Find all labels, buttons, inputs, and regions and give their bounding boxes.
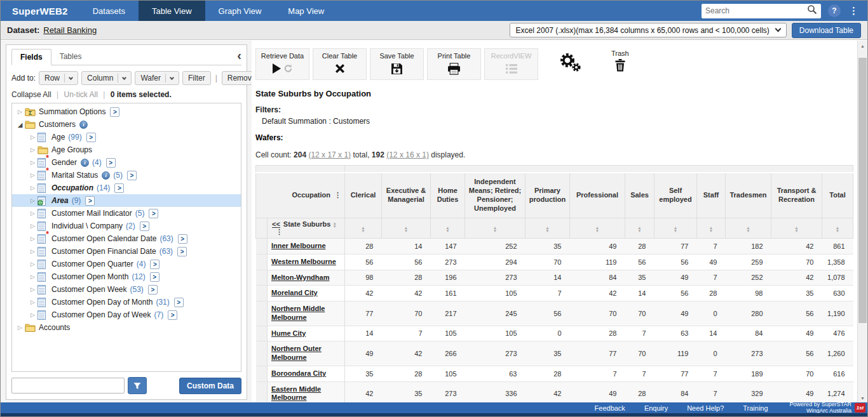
expand-arrow-icon[interactable]: ▷ [28,147,37,153]
row-label-link[interactable]: Northern Middle Melbourne [271,305,325,321]
row-label-link[interactable]: Moreland City [271,289,318,296]
tree-item-customer-open-month[interactable]: ▷Customer Open Month(12)> [12,270,241,283]
field-menu-button[interactable]: > [110,107,119,117]
expand-arrow-icon[interactable]: ▷ [28,235,37,242]
column-dropdown-icon[interactable] [118,74,126,83]
column-header-executive-managerial[interactable]: Executive & Managerial [382,173,431,218]
column-header-primary-production[interactable]: Primary production [526,173,570,218]
info-icon[interactable]: i [81,159,89,167]
row-label-link[interactable]: Eastern Middle Melbourne [271,385,321,402]
row-axis-header[interactable]: <<State Suburbs ▲▼⋮ [268,218,345,239]
row-axis-back-link[interactable]: << [272,220,280,228]
tree-item-customer-mail-indicator[interactable]: ▷Customer Mail Indicator(5)> [12,207,241,220]
row-label-link[interactable]: Western Melbourne [271,258,336,265]
field-menu-button[interactable]: > [148,285,158,295]
field-menu-button[interactable]: > [127,171,137,180]
overflow-menu-icon[interactable]: ⋮ [848,5,860,17]
column-header-tradesmen[interactable]: Tradesmen [726,173,771,218]
row-label-link[interactable]: Inner Melbourne [271,242,326,249]
footer-link-enquiry[interactable]: Enquiry [644,404,668,412]
expand-arrow-icon[interactable]: ▷ [15,109,25,115]
sort-icon[interactable]: ▲▼ [445,226,449,232]
expand-arrow-icon[interactable]: ▷ [28,248,37,255]
scroll-down-icon[interactable]: ▼ [858,396,867,400]
field-menu-button[interactable]: > [86,133,96,142]
tree-filter-input[interactable] [11,378,125,394]
scroll-up-icon[interactable]: ▲ [858,44,867,48]
expand-arrow-icon[interactable]: ▷ [28,159,37,166]
search-box[interactable] [702,4,821,18]
tree-item-age[interactable]: ▷Age(99)> [12,131,241,143]
search-icon[interactable] [807,4,817,17]
field-menu-button[interactable]: > [85,196,95,206]
collapse-all-link[interactable]: Collapse All [11,90,51,99]
custom-data-button[interactable]: Custom Data [179,378,241,394]
wafer-dropdown-icon[interactable] [165,74,173,83]
column-axis-header[interactable]: Occupation⋮ [256,173,345,218]
nav-tab-map-view[interactable]: Map View [275,1,337,21]
footer-link-feedback[interactable]: Feedback [595,404,625,412]
cell-count-displayed-link[interactable]: (12 x 16 x 1) [386,150,429,159]
tree-item-customer-open-calendar-date[interactable]: ▷*Customer Open Calendar Date(63)> [12,232,241,245]
column-header-total[interactable]: Total [822,173,853,218]
field-menu-button[interactable]: > [149,209,158,218]
sort-icon[interactable]: ▲▼ [746,226,750,232]
tree-item-area[interactable]: ▷Area(9)> [12,194,241,207]
field-menu-button[interactable]: > [150,272,159,282]
expand-arrow-icon[interactable]: ▷ [28,261,37,267]
tree-item-customer-open-week[interactable]: ▷Customer Open Week(53)> [12,283,241,296]
print-table-button[interactable]: Print Table [427,48,481,80]
vertical-scrollbar[interactable]: ▲ ▼ [857,41,867,402]
column-header-independent-means-retired-pensioner-unemployed[interactable]: Independent Means; Retired; Pensioner; U… [465,173,526,218]
add-to-column-button[interactable]: Column [81,71,132,85]
tree-item-customers[interactable]: ◢Customersi [12,118,241,131]
sort-icon[interactable]: ▲▼ [794,226,798,232]
tree-filter-button[interactable] [128,377,147,394]
sort-icon[interactable]: ▲▼ [361,226,365,232]
untick-all-link[interactable]: Un-tick All [64,90,98,99]
sort-icon[interactable]: ▲▼ [595,226,599,232]
trash-button[interactable]: Trash [611,48,629,73]
scrollbar-thumb[interactable] [858,58,867,323]
tree-item-summation-options[interactable]: ▷ΣSummation Options> [12,105,241,118]
cell-count-total-link[interactable]: (12 x 17 x 1) [308,150,351,159]
expand-arrow-icon[interactable]: ▷ [28,312,37,318]
sort-icon[interactable]: ▲▼ [404,226,408,232]
info-icon[interactable]: i [79,121,88,129]
dataset-name-link[interactable]: Retail Banking [43,25,97,35]
field-menu-button[interactable]: > [178,234,187,244]
download-format-select[interactable]: Excel 2007 (.xlsx)(max 16,384 columns x … [510,23,787,37]
clear-table-button[interactable]: Clear Table [313,48,367,80]
field-menu-button[interactable]: > [140,222,149,231]
tree-item-occupation[interactable]: ▷Occupation(14)> [12,182,241,194]
expand-arrow-icon[interactable]: ▷ [28,274,37,280]
column-header-staff[interactable]: Staff [697,173,726,218]
expand-arrow-icon[interactable]: ▷ [28,223,37,229]
tree-item-accounts[interactable]: ▷Accounts [12,321,241,334]
field-menu-button[interactable]: > [114,183,124,193]
sort-icon[interactable]: ▲▼ [545,226,549,232]
field-menu-button[interactable]: > [106,158,116,168]
field-menu-button[interactable]: > [174,298,184,307]
header-menu-icon[interactable]: ⋮ [276,228,283,235]
header-menu-icon[interactable]: ⋮ [334,191,341,199]
column-header-clerical[interactable]: Clerical [345,173,382,218]
expand-arrow-icon[interactable]: ▷ [28,210,37,216]
search-input[interactable] [705,6,807,15]
tree-item-customer-open-financial-date[interactable]: ▷Customer Open Financial Date(63)> [12,245,241,258]
field-menu-button[interactable]: > [177,247,187,256]
collapse-panel-icon[interactable]: ‹ [237,50,241,60]
tree-item-customer-open-day-of-month[interactable]: ▷Customer Open Day of Month(31)> [12,296,241,308]
save-table-button[interactable]: Save Table [370,48,424,80]
download-table-button[interactable]: Download Table [792,23,861,38]
column-header-professional[interactable]: Professional [570,173,625,218]
tree-item-customer-open-day-of-week[interactable]: ▷Customer Open Day of Week(7)> [12,308,241,321]
expand-arrow-icon[interactable]: ▷ [28,197,37,204]
tab-tables[interactable]: Tables [51,49,90,65]
row-label-link[interactable]: Hume City [271,329,306,337]
app-logo[interactable]: SuperWEB2 [1,1,79,21]
tab-fields[interactable]: Fields [11,49,51,65]
column-header-home-duties[interactable]: Home Duties [431,173,465,218]
collapse-arrow-icon[interactable]: ◢ [15,121,25,128]
nav-tab-datasets[interactable]: Datasets [79,1,139,21]
